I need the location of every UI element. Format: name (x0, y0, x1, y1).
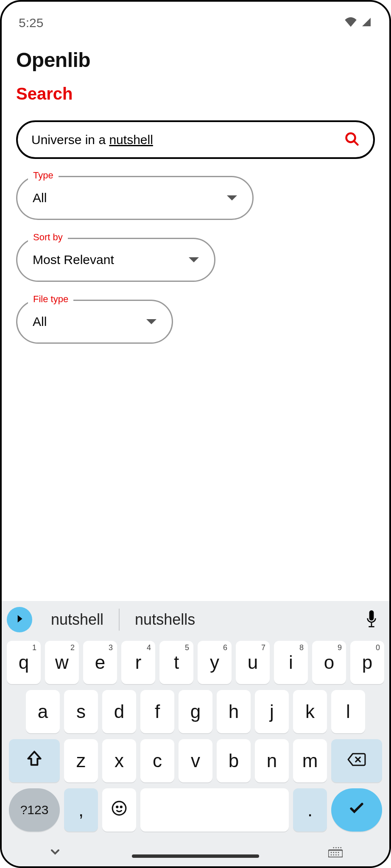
filter-filetype-value: All (33, 314, 47, 329)
svg-point-20 (335, 847, 337, 849)
filter-filetype-select[interactable]: All (16, 300, 173, 344)
svg-rect-3 (371, 623, 372, 626)
filter-type-value: All (33, 191, 47, 205)
emoji-key[interactable] (102, 788, 136, 832)
key-x[interactable]: x (102, 739, 136, 782)
key-subscript: 8 (299, 643, 304, 652)
svg-rect-10 (328, 850, 343, 857)
voice-input-button[interactable] (359, 607, 384, 632)
device-frame: 5:25 Openlib Search Universe in a nutshe… (0, 0, 391, 868)
filter-sortby-label: Sort by (28, 232, 68, 243)
keyboard: nutshellnutshells q1w2e3r4t5y6u7i8o9p0 a… (2, 601, 389, 866)
filter-sortby-group: Sort by Most Relevant (16, 238, 375, 282)
key-r[interactable]: r4 (121, 641, 155, 684)
key-z[interactable]: z (64, 739, 98, 782)
svg-point-14 (338, 852, 339, 853)
key-s[interactable]: s (64, 690, 98, 733)
filter-filetype-group: File type All (16, 300, 375, 344)
key-k[interactable]: k (293, 690, 327, 733)
key-v[interactable]: v (179, 739, 212, 782)
chevron-down-icon (146, 319, 156, 324)
home-indicator[interactable] (132, 854, 259, 858)
comma-key-label: , (78, 799, 84, 821)
key-n[interactable]: n (255, 739, 289, 782)
suggestion-row: nutshellnutshells (2, 601, 389, 638)
suggestion-list: nutshellnutshells (36, 607, 355, 632)
svg-point-12 (333, 852, 334, 853)
svg-point-16 (333, 854, 334, 856)
key-b[interactable]: b (217, 739, 251, 782)
key-f[interactable]: f (140, 690, 174, 733)
key-subscript: 5 (185, 643, 189, 652)
filter-type-select[interactable]: All (16, 176, 254, 220)
search-field[interactable]: Universe in a nutshell (16, 120, 375, 159)
backspace-key[interactable] (331, 739, 382, 782)
key-p[interactable]: p0 (350, 641, 384, 684)
key-o[interactable]: o9 (312, 641, 346, 684)
svg-point-7 (112, 801, 126, 815)
svg-point-21 (338, 847, 339, 849)
key-w[interactable]: w2 (45, 641, 79, 684)
key-subscript: 0 (376, 643, 380, 652)
key-h[interactable]: h (217, 690, 251, 733)
status-time: 5:25 (19, 16, 43, 30)
enter-key[interactable] (331, 788, 382, 832)
key-subscript: 7 (261, 643, 265, 652)
shift-key[interactable] (9, 739, 60, 782)
key-subscript: 9 (338, 643, 342, 652)
svg-rect-2 (369, 610, 374, 620)
chevron-down-icon (227, 195, 237, 200)
status-icons (344, 17, 372, 29)
comma-key[interactable]: , (64, 788, 98, 832)
wifi-icon (344, 17, 357, 29)
key-a[interactable]: a (26, 690, 60, 733)
keyboard-switch-button[interactable] (328, 846, 343, 859)
period-key-label: . (307, 799, 313, 821)
app-title: Openlib (16, 48, 375, 72)
search-input-underlined-segment: nutshell (109, 133, 153, 147)
system-nav-bar (2, 837, 389, 860)
mic-icon (365, 610, 378, 629)
key-subscript: 1 (32, 643, 36, 652)
key-y[interactable]: y6 (198, 641, 232, 684)
svg-point-13 (335, 852, 337, 853)
expand-suggestions-button[interactable] (7, 607, 32, 632)
key-q[interactable]: q1 (7, 641, 41, 684)
keyboard-row-2: asdfghjkl (5, 690, 386, 733)
key-m[interactable]: m (293, 739, 327, 782)
svg-point-18 (338, 854, 339, 856)
suggestion-item[interactable]: nutshells (120, 607, 210, 632)
svg-point-22 (340, 847, 341, 849)
key-e[interactable]: e3 (83, 641, 117, 684)
filter-sortby-select[interactable]: Most Relevant (16, 238, 215, 282)
app-content: Openlib Search Universe in a nutshell Ty… (2, 36, 389, 344)
cell-signal-icon (360, 17, 372, 29)
key-l[interactable]: l (331, 690, 365, 733)
key-d[interactable]: d (102, 690, 136, 733)
key-c[interactable]: c (140, 739, 174, 782)
space-key[interactable] (140, 788, 289, 832)
keyboard-row-4: ?123 , . (5, 788, 386, 832)
key-u[interactable]: u7 (236, 641, 270, 684)
svg-point-11 (331, 852, 332, 853)
filter-type-group: Type All (16, 176, 375, 220)
symbols-key[interactable]: ?123 (9, 788, 60, 832)
search-button[interactable] (344, 131, 360, 148)
search-input[interactable]: Universe in a nutshell (31, 133, 344, 147)
period-key[interactable]: . (293, 788, 327, 832)
backspace-icon (347, 750, 366, 771)
key-subscript: 2 (70, 643, 75, 652)
key-t[interactable]: t5 (159, 641, 193, 684)
key-subscript: 6 (223, 643, 227, 652)
chevron-right-icon (14, 613, 25, 626)
shift-icon (25, 749, 44, 772)
suggestion-item[interactable]: nutshell (36, 607, 119, 632)
key-j[interactable]: j (255, 690, 289, 733)
collapse-keyboard-button[interactable] (48, 845, 62, 860)
svg-point-15 (331, 854, 332, 856)
key-g[interactable]: g (179, 690, 212, 733)
svg-rect-4 (369, 626, 374, 627)
svg-line-1 (354, 141, 358, 145)
key-i[interactable]: i8 (274, 641, 308, 684)
filter-type-label: Type (28, 170, 59, 181)
